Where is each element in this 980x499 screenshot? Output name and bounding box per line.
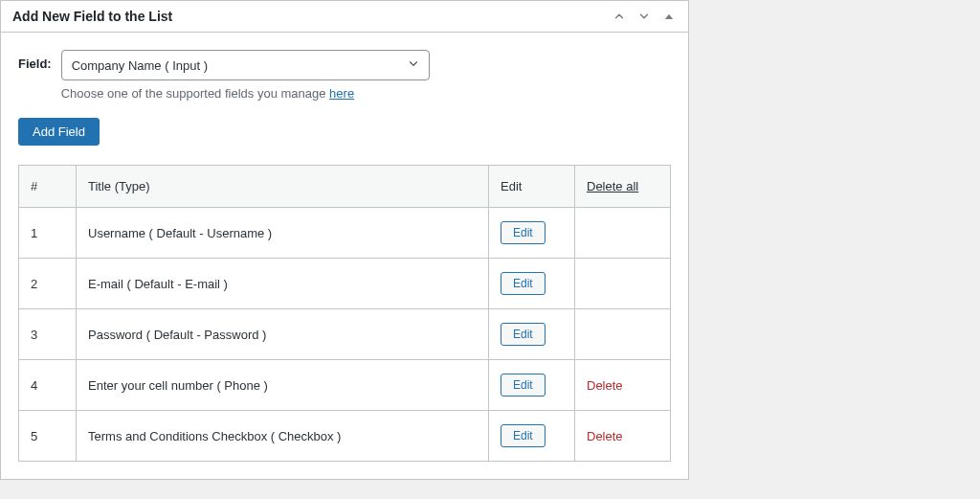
add-field-button[interactable]: Add Field (18, 118, 100, 146)
edit-button[interactable]: Edit (501, 424, 546, 447)
table-row: 2E-mail ( Default - E-mail )Edit (19, 259, 671, 309)
edit-button[interactable]: Edit (501, 374, 546, 397)
row-num: 5 (19, 411, 77, 462)
fields-table-wrap: # Title (Type) Edit Delete all 1Username… (18, 165, 671, 462)
table-row: 1Username ( Default - Username )Edit (19, 208, 671, 259)
metabox-header: Add New Field to the List (1, 1, 688, 33)
metabox-add-field: Add New Field to the List Field: Company… (0, 0, 689, 480)
move-up-icon[interactable] (612, 9, 627, 24)
row-title: Password ( Default - Password ) (77, 309, 489, 360)
field-input-col: Company Name ( Input ) Choose one of the… (61, 50, 430, 101)
row-num: 3 (19, 309, 77, 360)
row-title: Enter your cell number ( Phone ) (77, 360, 489, 411)
row-delete-cell: Delete (575, 411, 671, 462)
table-row: 5Terms and Conditions Checkbox ( Checkbo… (19, 411, 671, 462)
edit-button[interactable]: Edit (501, 323, 546, 346)
help-link[interactable]: here (329, 86, 354, 101)
field-selector-row: Field: Company Name ( Input ) Choose one… (18, 50, 671, 101)
row-title: Username ( Default - Username ) (77, 208, 489, 259)
row-delete-cell (575, 259, 671, 309)
toggle-collapse-icon[interactable] (661, 9, 677, 24)
delete-link[interactable]: Delete (587, 429, 623, 443)
field-label: Field: (18, 50, 52, 71)
delete-all-link[interactable]: Delete all (587, 179, 638, 193)
table-row: 4Enter your cell number ( Phone )EditDel… (19, 360, 671, 411)
edit-button[interactable]: Edit (501, 221, 546, 244)
field-select[interactable]: Company Name ( Input ) (61, 50, 430, 80)
row-edit-cell: Edit (489, 411, 575, 462)
row-edit-cell: Edit (489, 208, 575, 259)
edit-button[interactable]: Edit (501, 272, 546, 295)
row-edit-cell: Edit (489, 309, 575, 360)
field-help-text: Choose one of the supported fields you m… (61, 86, 430, 101)
row-num: 4 (19, 360, 77, 411)
row-title: E-mail ( Default - E-mail ) (77, 259, 489, 309)
row-edit-cell: Edit (489, 360, 575, 411)
table-header-row: # Title (Type) Edit Delete all (19, 166, 671, 208)
th-edit: Edit (489, 166, 575, 208)
panel-controls (612, 9, 677, 24)
field-select-value: Company Name ( Input ) (61, 50, 430, 80)
table-row: 3Password ( Default - Password )Edit (19, 309, 671, 360)
row-num: 1 (19, 208, 77, 259)
row-delete-cell (575, 208, 671, 259)
row-title: Terms and Conditions Checkbox ( Checkbox… (77, 411, 489, 462)
row-delete-cell: Delete (575, 360, 671, 411)
delete-link[interactable]: Delete (587, 378, 623, 393)
move-down-icon[interactable] (636, 9, 652, 24)
fields-table: # Title (Type) Edit Delete all 1Username… (18, 165, 671, 462)
th-title: Title (Type) (77, 166, 489, 208)
row-edit-cell: Edit (489, 259, 575, 309)
row-num: 2 (19, 259, 77, 309)
svg-marker-0 (665, 14, 673, 19)
row-delete-cell (575, 309, 671, 360)
metabox-body: Field: Company Name ( Input ) Choose one… (1, 33, 688, 479)
panel-title: Add New Field to the List (12, 9, 172, 24)
th-num: # (19, 166, 77, 208)
